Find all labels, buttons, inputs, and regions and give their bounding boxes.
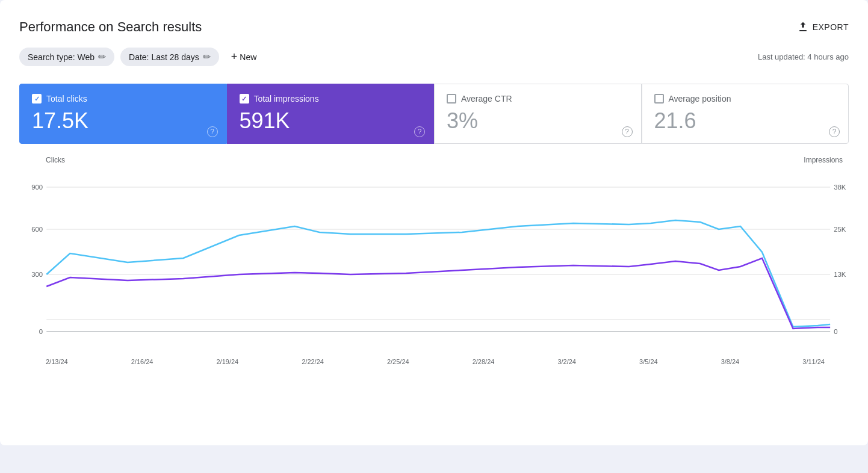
- date-filter[interactable]: Date: Last 28 days ✏: [120, 48, 219, 66]
- x-label-5: 2/28/24: [473, 358, 495, 365]
- svg-text:900: 900: [31, 184, 43, 191]
- chart-area: Clicks Impressions 900 600 300: [19, 144, 849, 371]
- search-type-filter[interactable]: Search type: Web ✏: [19, 48, 114, 66]
- metric-card-total-clicks[interactable]: Total clicks 17.5K ?: [19, 84, 227, 144]
- y-left-label: Clicks: [46, 156, 65, 164]
- header-row: Performance on Search results EXPORT: [19, 14, 849, 35]
- x-label-1: 2/16/24: [131, 358, 153, 365]
- x-label-4: 2/25/24: [387, 358, 409, 365]
- filter-row: Search type: Web ✏ Date: Last 28 days ✏ …: [19, 47, 849, 67]
- help-icon-position[interactable]: ?: [829, 126, 840, 137]
- metric-card-total-impressions[interactable]: Total impressions 591K ?: [227, 84, 435, 144]
- edit-icon: ✏: [98, 51, 106, 63]
- chart-svg-container: 900 600 300 0 38K 25K 13K 0: [19, 169, 849, 356]
- metric-value-impressions: 591K: [240, 108, 422, 134]
- last-updated-text: Last updated: 4 hours ago: [758, 52, 849, 61]
- svg-text:25K: 25K: [834, 226, 846, 233]
- plus-icon: +: [231, 51, 238, 63]
- checkbox-ctr[interactable]: [447, 94, 456, 104]
- export-button[interactable]: EXPORT: [797, 21, 849, 33]
- svg-text:38K: 38K: [834, 184, 846, 191]
- checkbox-position[interactable]: [654, 94, 664, 104]
- svg-text:600: 600: [31, 226, 43, 233]
- x-label-0: 2/13/24: [46, 358, 68, 365]
- search-type-label: Search type: Web: [28, 52, 95, 62]
- metric-label-ctr: Average CTR: [461, 94, 512, 104]
- svg-text:13K: 13K: [834, 271, 846, 278]
- date-label: Date: Last 28 days: [129, 52, 199, 62]
- metric-value-clicks: 17.5K: [32, 108, 214, 134]
- download-icon: [797, 21, 809, 33]
- help-icon-clicks[interactable]: ?: [207, 126, 218, 137]
- checkbox-clicks[interactable]: [32, 94, 42, 104]
- x-label-3: 2/22/24: [302, 358, 324, 365]
- new-button[interactable]: + New: [225, 47, 263, 67]
- metric-value-position: 21.6: [654, 108, 837, 134]
- new-label: New: [240, 52, 256, 62]
- edit-icon-date: ✏: [203, 51, 211, 63]
- metric-label-row-clicks: Total clicks: [32, 94, 214, 104]
- metric-label-clicks: Total clicks: [46, 94, 87, 104]
- page-container: Performance on Search results EXPORT Sea…: [0, 0, 868, 473]
- checkbox-impressions[interactable]: [240, 94, 249, 104]
- metrics-row: Total clicks 17.5K ? Total impressions 5…: [19, 84, 849, 144]
- x-axis-labels: 2/13/24 2/16/24 2/19/24 2/22/24 2/25/24 …: [19, 356, 849, 365]
- metric-card-avg-ctr[interactable]: Average CTR 3% ?: [434, 84, 642, 144]
- x-label-6: 3/2/24: [557, 358, 576, 365]
- page-title: Performance on Search results: [19, 19, 202, 35]
- line-chart: 900 600 300 0 38K 25K 13K 0: [19, 169, 849, 356]
- svg-text:0: 0: [834, 328, 837, 335]
- svg-text:300: 300: [31, 271, 43, 278]
- x-label-8: 3/8/24: [721, 358, 740, 365]
- main-card: Performance on Search results EXPORT Sea…: [0, 0, 868, 445]
- metric-label-row-impressions: Total impressions: [240, 94, 422, 104]
- help-icon-impressions[interactable]: ?: [414, 126, 425, 137]
- svg-text:0: 0: [39, 328, 43, 335]
- metric-value-ctr: 3%: [447, 108, 629, 134]
- help-icon-ctr[interactable]: ?: [622, 126, 633, 137]
- metric-label-row-ctr: Average CTR: [447, 94, 629, 104]
- x-label-9: 3/11/24: [802, 358, 825, 365]
- y-right-label: Impressions: [804, 156, 843, 164]
- metric-label-impressions: Total impressions: [254, 94, 319, 104]
- metric-label-row-position: Average position: [654, 94, 837, 104]
- metric-card-avg-position[interactable]: Average position 21.6 ?: [642, 84, 849, 144]
- x-label-7: 3/5/24: [639, 358, 658, 365]
- metric-label-position: Average position: [669, 94, 731, 104]
- x-label-2: 2/19/24: [216, 358, 238, 365]
